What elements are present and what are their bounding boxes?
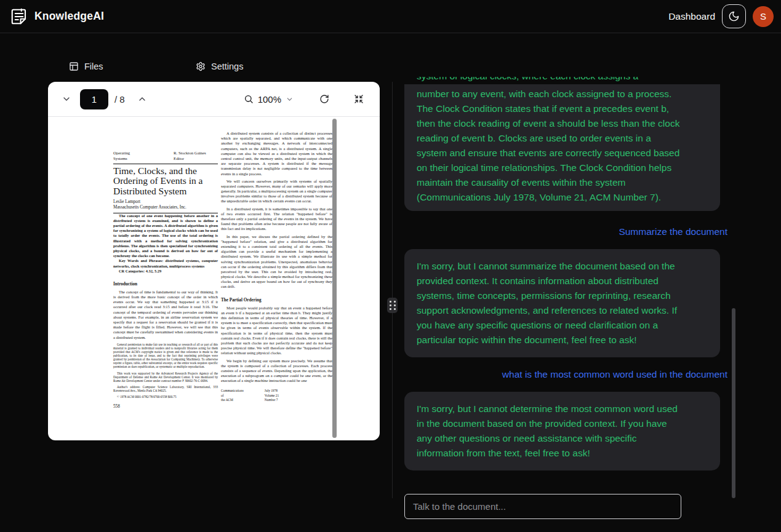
left-panel-tabs: Files Settings	[48, 62, 380, 79]
paper-header-right: R. Stockton Gaines Editor	[174, 151, 218, 162]
paper-cr-categories: CR Categories: 4.32, 5.29	[113, 269, 218, 274]
paper-authors: Leslie Lamport Massachusetts Computer As…	[113, 199, 218, 211]
chevron-down-icon	[286, 95, 294, 103]
expand-icon	[354, 94, 364, 104]
gear-icon	[196, 62, 206, 71]
paper-footer-right: July 1978 Volume 21 Number 7	[265, 389, 279, 402]
paper-footer-left: Communications of the ACM	[221, 389, 244, 402]
user-message: Summarize the document	[404, 224, 730, 239]
paper-section-heading: Introduction	[113, 282, 218, 287]
avatar-initial: S	[760, 11, 766, 22]
paper-paragraph: In a distributed system, it is sometimes…	[221, 207, 332, 232]
chat-scrollbar[interactable]	[732, 308, 735, 498]
search-icon	[244, 94, 254, 104]
topbar: KnowledgeAI Dashboard S	[0, 0, 781, 33]
paper-footnote: Author's address: Computer Science Labor…	[113, 385, 218, 392]
assistant-message: number to any event, with each clock ass…	[404, 84, 720, 211]
page-number-input[interactable]	[80, 89, 108, 109]
moon-icon	[728, 10, 740, 22]
paper-footnote: This work was supported by the Advanced …	[113, 371, 218, 383]
paper-abstract: The concept of one event happening befor…	[113, 213, 218, 259]
page-down-button[interactable]	[62, 94, 71, 104]
divider	[113, 164, 218, 164]
page-up-button[interactable]	[137, 94, 147, 104]
paper-header: Operating Systems R. Stockton Gaines Edi…	[113, 151, 218, 162]
paper-page-number: 558	[113, 404, 218, 409]
page-total-label: / 8	[114, 94, 125, 105]
paper-title: Time, Clocks, and the Ordering of Events…	[113, 166, 218, 196]
tab-settings-label: Settings	[211, 62, 243, 71]
refresh-button[interactable]	[319, 94, 329, 104]
paper-paragraph: In this paper, we discuss the partial or…	[221, 234, 332, 290]
user-message: what is the most common word used in the…	[404, 367, 730, 382]
clipped-message-fragment: system of logical clocks, where each clo…	[404, 77, 730, 84]
theme-toggle-button[interactable]	[722, 4, 746, 28]
note-logo-icon	[10, 7, 28, 26]
paper-paragraph: The concept of time is fundamental to ou…	[113, 290, 218, 340]
assistant-message: I'm sorry, but I cannot determine the mo…	[404, 392, 720, 470]
chevron-down-icon	[62, 94, 71, 104]
pdf-page: Operating Systems R. Stockton Gaines Edi…	[105, 119, 332, 439]
panel-divider	[392, 82, 393, 498]
assistant-message: I'm sorry, but I cannot summarize the do…	[404, 249, 720, 357]
chevron-up-icon	[137, 94, 147, 104]
paper-footer: Communications of the ACM July 1978 Volu…	[221, 389, 332, 402]
zoom-control[interactable]: 100%	[244, 94, 294, 105]
tab-settings[interactable]: Settings	[196, 62, 243, 71]
dashboard-link[interactable]: Dashboard	[668, 11, 715, 22]
pdf-scrollbar[interactable]	[332, 119, 337, 438]
refresh-icon	[319, 94, 329, 104]
zoom-level-label: 100%	[258, 94, 281, 105]
chat-panel: system of logical clocks, where each clo…	[404, 77, 730, 498]
paper-paragraph: A distributed system consists of a colle…	[221, 131, 332, 177]
user-avatar[interactable]: S	[753, 6, 774, 27]
tab-files-label: Files	[84, 62, 103, 71]
tab-files[interactable]: Files	[69, 62, 103, 71]
pdf-viewer-panel: / 8 100%	[48, 82, 380, 440]
resize-grip-handle[interactable]	[387, 298, 398, 313]
brand: KnowledgeAI	[10, 7, 104, 26]
paper-paragraph: Most people would probably say that an e…	[221, 306, 332, 356]
paper-footnote: © 1978 ACM 0001-0782/78/0700-0558 $00.75	[113, 395, 218, 399]
pdf-toolbar: / 8 100%	[48, 82, 380, 117]
paper-paragraph: We will concern ourselves primarily with…	[221, 179, 332, 204]
app-title: KnowledgeAI	[34, 10, 104, 23]
paper-keywords: Key Words and Phrases: distributed syste…	[113, 258, 218, 268]
paper-paragraph: We begin by defining our system more pre…	[221, 359, 332, 384]
panel-layout-icon	[69, 62, 79, 71]
paper-section-heading: The Partial Ordering	[221, 298, 332, 303]
paper-footnote: General permission to make fair use in t…	[113, 343, 218, 369]
fullscreen-button[interactable]	[354, 94, 364, 104]
paper-header-left: Operating Systems	[113, 151, 130, 162]
chat-input[interactable]	[404, 494, 681, 519]
